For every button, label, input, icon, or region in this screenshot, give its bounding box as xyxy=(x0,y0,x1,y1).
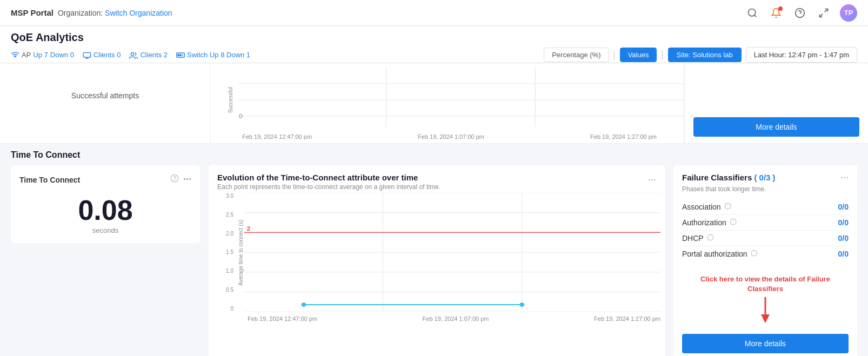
ttc-card-icons: ··· xyxy=(170,174,191,185)
svg-line-1 xyxy=(755,15,757,17)
y-axis-label: Successful xyxy=(228,87,233,113)
evo-chart-area: 3.0 2.5 2.0 1.5 1.0 0.5 0 Average time t… xyxy=(209,193,665,313)
clients1-label: Clients 0 xyxy=(94,51,121,59)
switch-org-link[interactable]: Switch Organization xyxy=(105,9,172,17)
arrow-down xyxy=(682,297,849,324)
evo-chart-timestamps: Feb 19, 2024 12:47:00 pm Feb 19, 2024 1:… xyxy=(209,313,665,326)
ap-label: AP xyxy=(22,51,31,59)
page-title: QoE Analytics xyxy=(11,31,857,44)
fc-more-icon[interactable]: ··· xyxy=(840,172,849,183)
evo-chart-title: Evolution of the Time-to-Connect attribu… xyxy=(217,173,440,182)
status-items: AP Up 7 Down 0 Clients 0 Clients 2 Switc… xyxy=(11,51,250,59)
svg-rect-7 xyxy=(83,52,90,57)
fc-header: Failure Classifiers ( 0/3 ) ··· xyxy=(682,172,849,183)
evo-chart-header: Evolution of the Time-to-Connect attribu… xyxy=(209,165,665,193)
status-bar: AP Up 7 Down 0 Clients 0 Clients 2 Switc… xyxy=(11,47,857,63)
svg-marker-48 xyxy=(761,314,770,323)
clients2-label: Clients 2 xyxy=(140,51,168,59)
evo-chart-subtitle: Each point represents the time-to-connec… xyxy=(217,183,440,191)
nav-right: TP xyxy=(745,4,857,22)
fc-portal-auth-info-icon xyxy=(751,250,758,258)
fc-authorization-label: Authorization xyxy=(682,218,726,227)
successful-chart-svg: 0 xyxy=(238,68,684,127)
successful-attempts-chart: Successful 0 xyxy=(211,68,684,132)
ttc-more-icon[interactable]: ··· xyxy=(183,174,191,185)
fc-authorization-value: 0/0 xyxy=(838,218,849,227)
fc-row-dhcp: DHCP 0/0 xyxy=(682,231,849,246)
percentage-btn[interactable]: Percentage (%) xyxy=(544,48,609,62)
switch-label: Switch Up 8 Down 1 xyxy=(187,51,250,59)
fc-portal-auth-label: Portal authorization xyxy=(682,250,747,258)
fc-row-authorization: Authorization 0/0 xyxy=(682,215,849,231)
ttc-unit: seconds xyxy=(19,226,191,234)
site-btn[interactable]: Site: Solutions lab xyxy=(668,48,742,62)
brand-label: MSP Portal xyxy=(11,8,54,17)
expand-icon[interactable] xyxy=(816,5,831,21)
svg-point-8 xyxy=(131,52,134,55)
clients2-status: Clients 2 xyxy=(129,51,168,59)
ttc-value: 0.08 xyxy=(19,196,191,224)
failure-classifiers-panel: Failure Classifiers ( 0/3 ) ··· Phases t… xyxy=(673,165,857,356)
successful-attempts-label: Successful attempts xyxy=(9,70,202,100)
more-details-bottom-btn[interactable]: More details xyxy=(682,334,849,353)
fc-dhcp-label: DHCP xyxy=(682,234,704,243)
fc-dhcp-value: 0/0 xyxy=(838,234,849,243)
header-controls: Percentage (%) | Values | Site: Solution… xyxy=(544,47,857,63)
svg-point-33 xyxy=(302,303,306,307)
notif-dot xyxy=(778,6,783,11)
ap-status: AP Up 7 Down 0 xyxy=(11,51,74,59)
svg-line-5 xyxy=(820,14,823,17)
fc-subtitle: Phases that took longer time. xyxy=(682,185,849,193)
page-header: QoE Analytics AP Up 7 Down 0 Clients 0 C… xyxy=(0,26,868,63)
failure-classifiers-card: Failure Classifiers ( 0/3 ) ··· Phases t… xyxy=(673,165,857,268)
ap-up: Up 7 xyxy=(33,51,48,59)
fc-dhcp-info-icon xyxy=(707,234,714,243)
svg-point-11 xyxy=(180,54,182,56)
ttc-section-title: Time To Connect xyxy=(11,150,80,160)
click-here-callout: Click here to view the details of Failur… xyxy=(673,268,857,334)
fc-association-label: Association xyxy=(682,203,721,211)
switch-status: Switch Up 8 Down 1 xyxy=(176,51,250,59)
svg-point-6 xyxy=(15,57,16,57)
org-label: Organization: Switch Organization xyxy=(58,9,172,17)
fc-portal-auth-value: 0/0 xyxy=(838,250,849,258)
top-nav: MSP Portal Organization: Switch Organiza… xyxy=(0,0,868,26)
evo-chart-svg: 2 xyxy=(244,193,660,312)
fc-row-portal-auth: Portal authorization 0/0 xyxy=(682,246,849,261)
click-here-text: Click here to view the details of Failur… xyxy=(682,274,849,294)
ap-down: Down 0 xyxy=(50,51,74,59)
svg-point-10 xyxy=(178,54,179,56)
ttc-card-title: Time To Connect xyxy=(19,176,80,184)
svg-point-0 xyxy=(749,9,756,16)
svg-point-20 xyxy=(175,180,175,180)
help-icon[interactable] xyxy=(792,5,807,21)
fc-row-association: Association 0/0 xyxy=(682,199,849,215)
avatar[interactable]: TP xyxy=(840,4,857,22)
notification-icon[interactable] xyxy=(769,5,784,21)
svg-text:0: 0 xyxy=(239,113,243,119)
fc-count: ( 0/3 ) xyxy=(754,173,775,182)
wifi-icon xyxy=(11,51,19,59)
successful-chart-timestamps: Feb 19, 2024 12:47:00 pm Feb 19, 2024 1:… xyxy=(211,132,684,143)
evolution-chart-card: Evolution of the Time-to-Connect attribu… xyxy=(209,165,665,356)
evo-more-icon[interactable]: ··· xyxy=(648,173,656,185)
ttc-help-icon[interactable] xyxy=(170,174,179,185)
search-icon[interactable] xyxy=(745,5,760,21)
fc-association-info-icon xyxy=(724,203,731,211)
more-details-top-btn[interactable]: More details xyxy=(693,117,859,137)
ttc-card-header: Time To Connect ··· xyxy=(19,174,191,185)
svg-text:2: 2 xyxy=(246,225,250,231)
fc-title: Failure Classifiers ( 0/3 ) xyxy=(682,173,776,182)
nav-left: MSP Portal Organization: Switch Organiza… xyxy=(11,8,172,17)
clients1-status: Clients 0 xyxy=(83,51,121,59)
svg-point-34 xyxy=(519,303,524,307)
evo-y-axis-label: Average time to connect (s) xyxy=(238,220,244,286)
time-range-btn[interactable]: Last Hour: 12:47 pm - 1:47 pm xyxy=(746,47,857,63)
values-btn[interactable]: Values xyxy=(620,48,657,62)
fc-association-value: 0/0 xyxy=(838,203,849,211)
ttc-card: Time To Connect ··· 0.08 seconds xyxy=(11,165,200,243)
fc-authorization-info-icon xyxy=(730,218,737,227)
svg-line-4 xyxy=(825,9,828,12)
